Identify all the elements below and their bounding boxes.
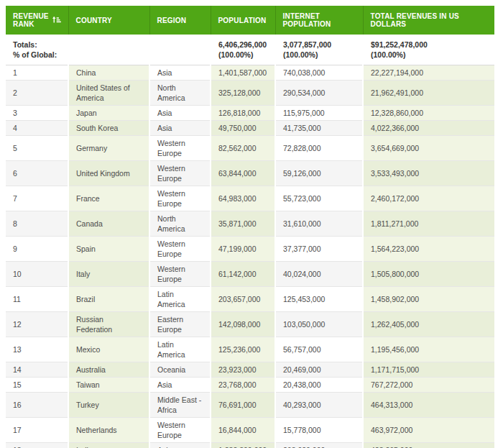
cell-total-revenues: 12,328,860,000: [363, 106, 494, 121]
table-row: 14 Australia Oceania 23,923,000 20,469,0…: [6, 362, 494, 378]
totals-row-group: Totals: % of Global: 6,406,296,000 (100.…: [6, 35, 494, 65]
cell-revenue-rank: 8: [6, 211, 68, 237]
cell-internet-population: 15,778,000: [275, 418, 363, 443]
cell-region: Western Europe: [149, 237, 211, 262]
cell-total-revenues: 2,460,172,000: [363, 186, 494, 211]
cell-internet-population: 20,438,000: [275, 378, 363, 393]
column-label: REGION: [157, 17, 187, 24]
cell-total-revenues: 4,022,366,000: [363, 121, 494, 136]
cell-country: South Korea: [68, 121, 149, 136]
table-row: 6 United Kingdom Western Europe 63,844,0…: [6, 161, 494, 186]
cell-revenue-rank: 3: [6, 106, 68, 121]
cell-country: Italy: [68, 262, 149, 287]
cell-population: 63,844,000: [211, 161, 275, 186]
cell-internet-population: 740,038,000: [275, 65, 363, 81]
cell-internet-population: 115,975,000: [275, 106, 363, 121]
cell-country: Spain: [68, 237, 149, 262]
cell-region: Western Europe: [149, 418, 211, 443]
cell-revenue-rank: 14: [6, 362, 68, 378]
cell-internet-population: 56,757,000: [275, 337, 363, 362]
totals-internet-population-pct: (100.00%): [283, 50, 355, 60]
cell-population: 1,401,587,000: [211, 65, 275, 81]
cell-population: 23,923,000: [211, 362, 275, 378]
cell-population: 61,142,000: [211, 262, 275, 287]
cell-country: Japan: [68, 106, 149, 121]
cell-total-revenues: 1,505,800,000: [363, 262, 494, 287]
cell-total-revenues: 3,533,493,000: [363, 161, 494, 186]
cell-internet-population: 41,735,000: [275, 121, 363, 136]
cell-internet-population: 40,293,000: [275, 393, 363, 418]
cell-population: 82,562,000: [211, 136, 275, 161]
cell-population: 16,844,000: [211, 418, 275, 443]
table-row: 11 Brazil Latin America 203,657,000 125,…: [6, 287, 494, 312]
cell-total-revenues: 1,262,405,000: [363, 312, 494, 337]
totals-population-cell: 6,406,296,000 (100.00%): [211, 35, 275, 65]
cell-population: 325,128,000: [211, 81, 275, 106]
cell-population: 142,098,000: [211, 312, 275, 337]
totals-empty-cell: [149, 35, 211, 65]
column-label: REVENUE RANK: [13, 12, 49, 28]
cell-revenue-rank: 13: [6, 337, 68, 362]
page: REVENUE RANK: [0, 0, 503, 448]
cell-total-revenues: 1,458,902,000: [363, 287, 494, 312]
cell-region: Latin America: [149, 287, 211, 312]
totals-pct-label: % of Global:: [13, 50, 60, 60]
revenue-table: REVENUE RANK: [6, 6, 494, 448]
totals-revenues-value: $91,252,478,000: [371, 40, 487, 50]
cell-population: 125,236,000: [211, 337, 275, 362]
table-row: 3 Japan Asia 126,818,000 115,975,000 12,…: [6, 106, 494, 121]
column-header-country[interactable]: COUNTRY: [68, 6, 149, 35]
cell-region: Asia: [149, 65, 211, 81]
table-header: REVENUE RANK: [6, 6, 494, 35]
cell-country: Taiwan: [68, 378, 149, 393]
column-header-region[interactable]: REGION: [149, 6, 211, 35]
table-body: 1 China Asia 1,401,587,000 740,038,000 2…: [6, 65, 494, 448]
cell-region: Western Europe: [149, 186, 211, 211]
table-row: 18 India Asia 1,282,390,000 268,020,000 …: [6, 443, 494, 448]
cell-region: Asia: [149, 121, 211, 136]
cell-country: Canada: [68, 211, 149, 237]
cell-population: 49,750,000: [211, 121, 275, 136]
column-header-internet-population[interactable]: INTERNET POPULATION: [275, 6, 363, 35]
cell-revenue-rank: 10: [6, 262, 68, 287]
cell-country: Netherlands: [68, 418, 149, 443]
table-row: 9 Spain Western Europe 47,199,000 37,377…: [6, 237, 494, 262]
cell-revenue-rank: 15: [6, 378, 68, 393]
cell-country: United Kingdom: [68, 161, 149, 186]
cell-country: Brazil: [68, 287, 149, 312]
cell-internet-population: 59,126,000: [275, 161, 363, 186]
totals-internet-population-value: 3,077,857,000: [283, 40, 355, 50]
cell-internet-population: 20,469,000: [275, 362, 363, 378]
cell-revenue-rank: 11: [6, 287, 68, 312]
cell-country: Germany: [68, 136, 149, 161]
cell-revenue-rank: 4: [6, 121, 68, 136]
totals-label: Totals:: [13, 40, 60, 50]
table-row: 5 Germany Western Europe 82,562,000 72,8…: [6, 136, 494, 161]
totals-population-value: 6,406,296,000: [218, 40, 267, 50]
cell-population: 47,199,000: [211, 237, 275, 262]
column-header-population[interactable]: POPULATION: [211, 6, 275, 35]
column-label: COUNTRY: [76, 17, 112, 24]
totals-row: Totals: % of Global: 6,406,296,000 (100.…: [6, 35, 494, 65]
cell-population: 35,871,000: [211, 211, 275, 237]
cell-region: Western Europe: [149, 161, 211, 186]
cell-population: 76,691,000: [211, 393, 275, 418]
cell-revenue-rank: 1: [6, 65, 68, 81]
cell-region: Eastern Europe: [149, 312, 211, 337]
cell-region: Latin America: [149, 337, 211, 362]
cell-total-revenues: 22,227,194,000: [363, 65, 494, 81]
cell-revenue-rank: 5: [6, 136, 68, 161]
cell-total-revenues: 1,811,271,000: [363, 211, 494, 237]
cell-total-revenues: 767,272,000: [363, 378, 494, 393]
cell-internet-population: 72,828,000: [275, 136, 363, 161]
cell-region: North America: [149, 211, 211, 237]
cell-revenue-rank: 18: [6, 443, 68, 448]
column-header-total-revenues[interactable]: TOTAL REVENUES IN US DOLLARS: [363, 6, 494, 35]
cell-revenue-rank: 6: [6, 161, 68, 186]
totals-revenues-cell: $91,252,478,000 (100.00%): [363, 35, 494, 65]
cell-revenue-rank: 7: [6, 186, 68, 211]
cell-internet-population: 37,377,000: [275, 237, 363, 262]
column-header-revenue-rank[interactable]: REVENUE RANK: [6, 6, 68, 35]
totals-internet-population-cell: 3,077,857,000 (100.00%): [275, 35, 363, 65]
cell-region: Asia: [149, 106, 211, 121]
